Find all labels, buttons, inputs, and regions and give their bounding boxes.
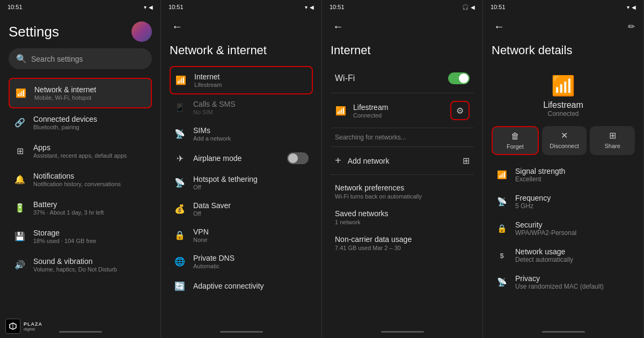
- datasaver-text: Data Saver Off: [193, 201, 231, 217]
- status-bar-1: 10:51 ▾ ◀: [0, 0, 160, 13]
- back-button-3[interactable]: ←: [331, 18, 346, 35]
- settings-item-storage[interactable]: 💾 Storage 18% used · 104 GB free: [9, 222, 152, 251]
- settings-item-apps[interactable]: ⊞ Apps Assistant, recent apps, default a…: [9, 137, 152, 165]
- wifi-label: Wi-Fi: [335, 74, 355, 83]
- forget-button[interactable]: 🗑 Forget: [492, 126, 539, 155]
- add-network-row[interactable]: + Add network ⊞: [331, 149, 474, 172]
- wifi-toggle[interactable]: [448, 72, 470, 84]
- battery-title: Battery: [33, 200, 104, 209]
- privatedns-title: Private DNS: [193, 254, 235, 262]
- saved-networks[interactable]: Saved networks 1 network: [331, 203, 474, 229]
- search-bar[interactable]: 🔍 Search settings: [9, 48, 152, 69]
- back-button-4[interactable]: ←: [492, 18, 507, 35]
- security-icon: 🔒: [496, 223, 508, 234]
- connected-title: Connected devices: [33, 115, 97, 123]
- headphone-icon: 🎧: [462, 4, 469, 10]
- vpn-subtitle: None: [193, 237, 209, 243]
- notifications-title: Notifications: [33, 172, 121, 180]
- forget-icon: 🗑: [511, 131, 519, 141]
- settings-item-connected[interactable]: 🔗 Connected devices Bluetooth, pairing: [9, 108, 152, 137]
- wifi-toggle-row: Wi-Fi: [331, 66, 474, 91]
- network-title: Network & internet: [34, 85, 96, 94]
- network-item-hotspot[interactable]: 📡 Hotspot & tethering Off: [170, 170, 313, 196]
- back-button-2[interactable]: ←: [170, 18, 185, 35]
- details-content: ← ✏ Network details 📶 Lifestream Connect…: [483, 13, 643, 327]
- sims-title: SIMs: [193, 126, 231, 135]
- network-item-sims[interactable]: 📡 SIMs Add a network: [170, 121, 313, 147]
- notifications-icon: 🔔: [14, 174, 26, 186]
- airplane-title: Airplane mode: [193, 154, 241, 163]
- signal-icon-status: ◀: [149, 4, 153, 10]
- sound-title: Sound & vibration: [33, 257, 117, 266]
- connected-text: Connected devices Bluetooth, pairing: [33, 115, 97, 130]
- network-item-datasaver[interactable]: 💰 Data Saver Off: [170, 196, 313, 222]
- settings-item-network[interactable]: 📶 Network & internet Mobile, Wi-Fi, hots…: [9, 78, 152, 108]
- disconnect-button[interactable]: ✕ Disconnect: [542, 126, 587, 155]
- wifi-connected-icon: 📶: [335, 105, 347, 116]
- privatedns-icon: 🌐: [174, 256, 186, 268]
- network-prefs[interactable]: Network preferences Wi-Fi turns back on …: [331, 177, 474, 203]
- nav-bar-line-3: [381, 331, 424, 333]
- storage-title: Storage: [33, 229, 96, 237]
- detail-network-name: Lifestream: [543, 100, 583, 110]
- airplane-toggle[interactable]: [287, 152, 309, 164]
- airplane-icon: ✈: [174, 152, 186, 164]
- usage-icon: $: [496, 249, 508, 261]
- panel-internet: 10:51 🎧 ◀ ← Internet Wi-Fi 📶 Lifestream …: [322, 0, 483, 338]
- apps-text: Apps Assistant, recent apps, default app…: [33, 143, 127, 159]
- settings-item-notifications[interactable]: 🔔 Notifications Notification history, co…: [9, 165, 152, 194]
- settings-item-sound[interactable]: 🔊 Sound & vibration Volume, haptics, Do …: [9, 251, 152, 279]
- frequency-value: 5 GHz: [515, 202, 551, 210]
- add-network-label: Add network: [348, 157, 390, 165]
- signal-detail-title: Signal strength: [515, 167, 565, 175]
- adaptive-text: Adaptive connectivity: [193, 282, 264, 290]
- usage-value: Detect automatically: [515, 256, 573, 263]
- settings-item-battery[interactable]: 🔋 Battery 37% · About 1 day, 3 hr left: [9, 194, 152, 222]
- wifi-icon-4: ▾: [627, 4, 630, 10]
- detail-frequency: 📡 Frequency 5 GHz: [492, 188, 635, 215]
- disconnect-label: Disconnect: [550, 143, 579, 149]
- nav-bar-line-1: [59, 331, 102, 333]
- share-button[interactable]: ⊞ Share: [590, 126, 635, 155]
- internet-content: ← Internet Wi-Fi 📶 Lifestream Connected …: [322, 13, 482, 327]
- network-settings-button[interactable]: ⚙: [450, 101, 470, 120]
- sims-icon: 📡: [174, 128, 186, 140]
- datasaver-subtitle: Off: [193, 210, 231, 217]
- data-usage[interactable]: Non-carrier data usage 7.41 GB used Mar …: [331, 229, 474, 254]
- avatar[interactable]: [131, 21, 152, 42]
- sound-text: Sound & vibration Volume, haptics, Do No…: [33, 257, 117, 273]
- searching-text: Searching for networks...: [331, 130, 474, 144]
- nav-bar-3: [322, 327, 482, 338]
- wifi-icon-2: ▾: [305, 4, 308, 10]
- network-header: ←: [170, 13, 313, 39]
- network-item-internet[interactable]: 📶 Internet Lifestream: [170, 66, 313, 94]
- divider-2: [331, 128, 474, 128]
- sims-subtitle: Add a network: [193, 135, 231, 142]
- network-icon: 📶: [15, 87, 27, 99]
- status-icons-4: ▾ ◀: [627, 4, 636, 10]
- search-text: Search settings: [31, 55, 83, 63]
- connected-net-status: Connected: [353, 112, 388, 119]
- privacy-info: Privacy Use randomized MAC (default): [515, 274, 604, 290]
- notifications-subtitle: Notification history, conversations: [33, 181, 121, 187]
- privatedns-subtitle: Automatic: [193, 263, 235, 269]
- settings-header: Settings: [9, 13, 152, 48]
- battery-icon: 🔋: [14, 202, 26, 214]
- network-icon-center: 📶 Lifestream Connected: [492, 66, 635, 122]
- network-item-privatedns[interactable]: 🌐 Private DNS Automatic: [170, 248, 313, 275]
- wifi-big-icon: 📶: [551, 75, 575, 97]
- calls-title: Calls & SMS: [193, 100, 236, 108]
- signal-icon-4: ◀: [632, 4, 636, 10]
- saved-networks-sub: 1 network: [335, 219, 470, 225]
- apps-subtitle: Assistant, recent apps, default apps: [33, 152, 127, 159]
- network-item-vpn[interactable]: 🔒 VPN None: [170, 222, 313, 248]
- network-item-calls[interactable]: 📱 Calls & SMS No SIM: [170, 94, 313, 121]
- share-label: Share: [605, 143, 620, 149]
- details-title: Network details: [492, 39, 635, 66]
- storage-icon: 💾: [14, 231, 26, 243]
- network-item-adaptive[interactable]: 🔄 Adaptive connectivity: [170, 275, 313, 297]
- network-item-airplane[interactable]: ✈ Airplane mode: [170, 147, 313, 170]
- network-subtitle: Mobile, Wi-Fi, hotspot: [34, 94, 96, 101]
- edit-button[interactable]: ✏: [628, 21, 635, 32]
- connected-icon: 🔗: [14, 117, 26, 129]
